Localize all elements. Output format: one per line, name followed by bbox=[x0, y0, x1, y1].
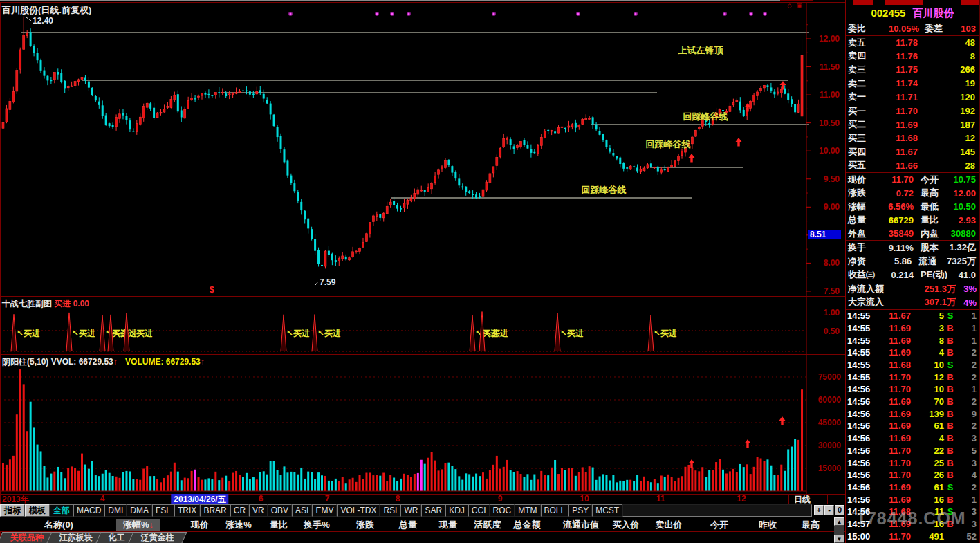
bid-row[interactable]: 买一11.70192 bbox=[846, 104, 979, 118]
column-header[interactable]: 总量 bbox=[399, 519, 417, 531]
indicator-tab-brar[interactable]: BRAR bbox=[200, 504, 230, 517]
column-header[interactable]: 总金额 bbox=[514, 519, 541, 531]
trade-time: 14:56 bbox=[846, 396, 875, 407]
bid-price[interactable]: 11.66 bbox=[878, 160, 918, 171]
indicator-tab-wr[interactable]: WR bbox=[400, 504, 421, 517]
trade-time: 14:55 bbox=[846, 360, 875, 370]
indicator-tab-boll[interactable]: BOLL bbox=[541, 504, 569, 517]
bid-row[interactable]: 买三11.6812 bbox=[846, 131, 979, 145]
ask-row[interactable]: 卖四11.768 bbox=[846, 50, 979, 64]
indicator-tab-obv[interactable]: OBV bbox=[268, 504, 292, 517]
trade-price: 11.69 bbox=[875, 335, 911, 346]
indicator-tab-mcst[interactable]: MCST bbox=[592, 504, 622, 517]
column-header[interactable]: 量比 bbox=[270, 519, 288, 531]
info-label: 现价 bbox=[846, 174, 883, 186]
ask-price[interactable]: 11.75 bbox=[878, 64, 918, 75]
zoom-out-button[interactable]: - bbox=[824, 505, 834, 515]
trade-price: 11.67 bbox=[875, 311, 911, 321]
zoom-reset-button[interactable]: 0 bbox=[835, 505, 844, 515]
info-row: 换手9.11%股本1.32亿 bbox=[846, 241, 979, 255]
bid-price[interactable]: 11.67 bbox=[878, 147, 918, 157]
bid-price[interactable]: 11.69 bbox=[878, 120, 918, 130]
column-header[interactable]: 买入价 bbox=[613, 519, 640, 531]
indicator-tab-sar[interactable]: SAR bbox=[421, 504, 445, 517]
column-header[interactable]: 最高 bbox=[802, 519, 820, 531]
column-header[interactable]: 活跃度 bbox=[474, 519, 501, 531]
bid-row[interactable]: 买二11.69187 bbox=[846, 118, 979, 132]
indicator-subchart[interactable]: ↖买进↖买进↖买进↖买进↖买进↖买进↖买进↖买进↖买进↖买进↖买进1.000.5… bbox=[0, 296, 845, 354]
info-row: 外盘35849内盘30880 bbox=[846, 227, 979, 241]
trade-qty: 10 bbox=[911, 384, 944, 394]
column-header[interactable]: 涨跌 bbox=[356, 519, 374, 531]
indicator-tab-asi[interactable]: ASI bbox=[292, 504, 312, 517]
bid-price[interactable]: 11.68 bbox=[878, 133, 918, 143]
sector-tab-label: 关联品种 bbox=[10, 533, 44, 543]
bid-label: 买五 bbox=[846, 159, 878, 172]
column-header[interactable]: 现价 bbox=[191, 519, 209, 531]
weicha-value: 103 bbox=[950, 24, 979, 34]
indicator-tab-psy[interactable]: PSY bbox=[568, 504, 592, 517]
titlebar-strip bbox=[0, 0, 780, 1]
trade-price: 11.69 bbox=[875, 396, 911, 407]
indicator-tab-fsl[interactable]: FSL bbox=[152, 504, 174, 517]
svg-text:↖买进: ↖买进 bbox=[317, 329, 341, 338]
tab-all[interactable]: 全部 bbox=[50, 504, 73, 517]
trade-direction: B bbox=[944, 421, 956, 431]
column-header[interactable]: 现量 bbox=[439, 519, 457, 531]
scroll-up-icon[interactable]: ▲ bbox=[834, 517, 844, 526]
trade-direction: B bbox=[944, 335, 956, 346]
ask-price[interactable]: 11.71 bbox=[878, 92, 918, 102]
indicator-tab-rsi[interactable]: RSI bbox=[380, 504, 400, 517]
column-header[interactable]: 今开 bbox=[710, 519, 728, 531]
titlebar-fragment bbox=[846, 0, 979, 6]
ask-row[interactable]: 卖三11.75266 bbox=[846, 63, 979, 77]
ask-qty: 19 bbox=[918, 78, 979, 89]
indicator-tab-vol-tdx[interactable]: VOL-TDX bbox=[337, 504, 380, 517]
titlebar-strip-red bbox=[780, 0, 813, 1]
stock-name: 百川股份 bbox=[913, 7, 954, 19]
bid-row[interactable]: 买五11.6628 bbox=[846, 158, 979, 172]
column-header[interactable]: 名称(0) bbox=[44, 519, 73, 531]
info-label: 今开 bbox=[914, 174, 950, 186]
indicator-tab-emv[interactable]: EMV bbox=[312, 504, 337, 517]
indicator-tab-cr[interactable]: CR bbox=[230, 504, 249, 517]
ask-row[interactable]: 卖五11.7848 bbox=[846, 36, 979, 50]
ask-price[interactable]: 11.74 bbox=[878, 78, 918, 89]
scroll-down-icon[interactable]: ▼ bbox=[834, 535, 844, 543]
bid-price[interactable]: 11.70 bbox=[878, 106, 918, 116]
tabbar-button-模板[interactable]: 模板 bbox=[25, 504, 50, 517]
indicator-tab-trix[interactable]: TRIX bbox=[174, 504, 200, 517]
volume-chart[interactable]: 7500060000450003000015000 bbox=[0, 354, 845, 494]
trade-time: 14:55 bbox=[846, 323, 875, 333]
indicator-tab-macd[interactable]: MACD bbox=[73, 504, 104, 517]
column-header[interactable]: 昨收 bbox=[759, 519, 777, 531]
quote-column-headers: 名称(0)涨幅%↓现价涨速%量比换手%涨跌总量现量活跃度总金额流通市值买入价卖出… bbox=[0, 517, 835, 531]
tabbar-button-指标[interactable]: 指标 bbox=[0, 504, 25, 517]
column-header[interactable]: 换手% bbox=[304, 519, 330, 531]
sector-tab-泛黄金柱[interactable]: 泛黄金柱 bbox=[128, 532, 187, 543]
column-header[interactable]: 卖出价 bbox=[656, 519, 683, 531]
column-header[interactable]: 涨速% bbox=[225, 519, 252, 531]
ask-row[interactable]: 卖二11.7419 bbox=[846, 77, 979, 91]
indicator-tab-cci[interactable]: CCI bbox=[468, 504, 490, 517]
indicator-tab-mtm[interactable]: MTM bbox=[515, 504, 540, 517]
ask-price[interactable]: 11.78 bbox=[878, 37, 918, 48]
indicator-tab-kdj[interactable]: KDJ bbox=[445, 504, 468, 517]
date-axis-tick: 12 bbox=[737, 494, 746, 504]
indicator-tab-vr[interactable]: VR bbox=[249, 504, 268, 517]
money-flow-section: 净流入额251.3万3%大宗流入307.1万4% bbox=[846, 282, 979, 309]
info-row: 总量66729量比2.93 bbox=[846, 213, 979, 227]
trade-direction: B bbox=[944, 458, 956, 468]
column-header[interactable]: 涨幅%↓ bbox=[116, 519, 160, 531]
indicator-tab-dma[interactable]: DMA bbox=[127, 504, 152, 517]
quote-scrollbar[interactable]: ▲ ▼ bbox=[834, 517, 844, 543]
svg-text:60000: 60000 bbox=[818, 395, 842, 405]
main-candlestick-chart[interactable]: 12.0011.5011.0010.5010.009.509.008.007.5… bbox=[0, 2, 845, 296]
column-header[interactable]: 流通市值 bbox=[563, 519, 599, 531]
zoom-in-button[interactable]: + bbox=[814, 505, 824, 515]
indicator-tab-roc[interactable]: ROC bbox=[490, 504, 515, 517]
ask-row[interactable]: 卖一11.71120 bbox=[846, 90, 979, 104]
bid-row[interactable]: 买四11.67145 bbox=[846, 145, 979, 159]
ask-price[interactable]: 11.76 bbox=[878, 51, 918, 62]
indicator-tab-dmi[interactable]: DMI bbox=[104, 504, 127, 517]
